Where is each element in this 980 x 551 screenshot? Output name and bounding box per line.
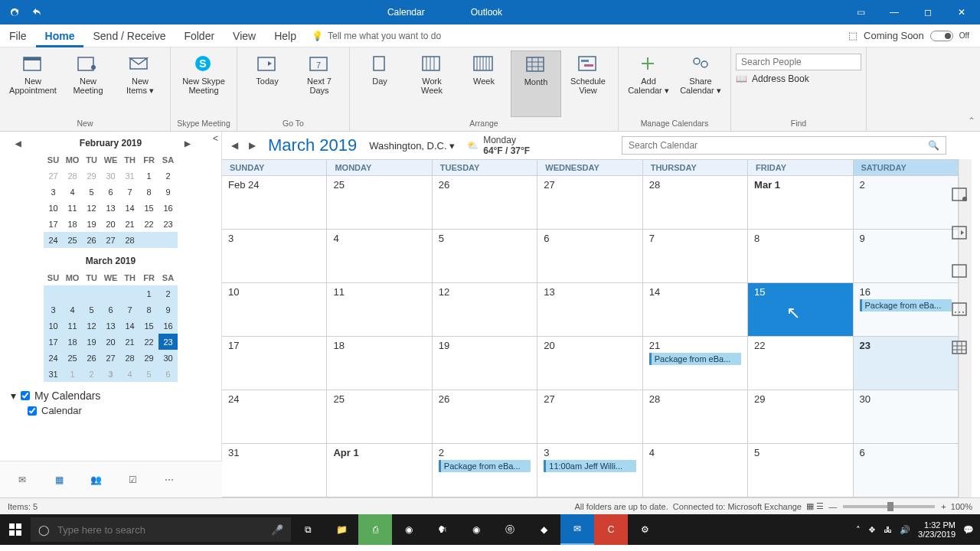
mini-day[interactable]: 8 [139, 184, 158, 200]
day-cell[interactable]: 26 [433, 176, 537, 229]
mini-day[interactable]: 26 [82, 350, 101, 366]
ribbon-options-icon[interactable]: ▭ [845, 0, 876, 24]
day-cell[interactable]: 19 [433, 337, 537, 390]
tray-time[interactable]: 1:32 PM [918, 520, 956, 530]
mini-day[interactable]: 31 [44, 366, 63, 382]
vs-icon[interactable]: ◆ [527, 514, 560, 545]
mini-day[interactable]: 14 [120, 318, 139, 334]
mini-day[interactable]: 23 [158, 334, 178, 350]
day-cell[interactable]: 4 [327, 230, 432, 282]
mini-day[interactable]: 2 [158, 168, 178, 184]
day-cell[interactable]: 2Package from eBa... [433, 444, 537, 497]
day-cell[interactable]: 10 [222, 283, 327, 336]
day-cell[interactable]: 24 [222, 390, 327, 443]
mini-day[interactable] [139, 232, 158, 248]
mini-day[interactable] [82, 285, 101, 302]
mini-day[interactable]: 16 [158, 200, 178, 216]
add-calendar-button[interactable]: Add Calendar ▾ [623, 51, 674, 117]
mini-day[interactable] [120, 285, 139, 302]
steam-icon[interactable]: ◉ [392, 514, 426, 545]
view-reading-icon[interactable]: ☰ [816, 501, 824, 511]
day-cell[interactable]: 6 [854, 444, 959, 497]
day-cell[interactable]: 17 [222, 337, 327, 390]
search-calendar[interactable]: 🔍 [622, 136, 946, 155]
prev-period-icon[interactable]: ◀ [231, 140, 238, 151]
day-cell[interactable]: 21Package from eBa... [643, 337, 748, 390]
mini-day[interactable]: 10 [44, 200, 63, 216]
mini-day[interactable]: 27 [44, 168, 63, 184]
tray-dropbox-icon[interactable]: ❖ [868, 525, 876, 535]
address-book-button[interactable]: 📖Address Book [736, 73, 861, 84]
people-icon[interactable]: 👥 [87, 471, 104, 488]
mini-day[interactable]: 2 [158, 285, 178, 302]
collapse-ribbon-icon[interactable]: ⌃ [968, 116, 975, 126]
my-calendars-checkbox[interactable] [21, 391, 30, 400]
tab-home[interactable]: Home [36, 24, 84, 47]
prev-month-icon[interactable]: ◀ [15, 139, 21, 148]
weather[interactable]: ⛅ Monday64°F / 37°F [467, 135, 530, 156]
mini-day[interactable]: 2 [82, 366, 101, 382]
mini-day[interactable]: 16 [158, 318, 178, 334]
zoom-slider[interactable] [843, 505, 935, 508]
mini-day[interactable]: 28 [120, 232, 139, 248]
day-cell[interactable]: 31 [222, 444, 327, 497]
mini-day[interactable]: 22 [139, 216, 158, 232]
mini-day[interactable]: 5 [139, 366, 158, 382]
mini-day[interactable]: 10 [44, 318, 63, 334]
month-button[interactable]: Month [511, 51, 561, 117]
mini-day[interactable]: 27 [101, 350, 120, 366]
day-cell[interactable]: 29 [748, 390, 853, 443]
day-button[interactable]: Day [354, 51, 405, 117]
tray-chevron-icon[interactable]: ˄ [856, 525, 861, 535]
mini-day[interactable]: 8 [139, 302, 158, 318]
calendar-event[interactable]: Package from eBa... [649, 353, 741, 365]
mini-day[interactable]: 22 [139, 334, 158, 350]
day-cell[interactable]: 311:00am Jeff Willi... [537, 444, 642, 497]
mini-day[interactable]: 15 [139, 200, 158, 216]
taskbar-search[interactable]: ◯ 🎤 [31, 517, 291, 542]
mini-day[interactable]: 6 [101, 184, 120, 200]
mini-calendar-march[interactable]: March 2019 SUMOTUWETHFRSA123456789101112… [11, 254, 211, 383]
start-button[interactable] [0, 523, 31, 536]
app-icon-1[interactable]: ⎙ [358, 514, 392, 545]
my-calendars-header[interactable]: ▾My Calendars [11, 390, 211, 402]
mini-day[interactable] [44, 285, 63, 302]
day-cell[interactable]: 26 [433, 390, 537, 443]
more-icon[interactable]: ⋯ [161, 471, 178, 488]
calendar-icon[interactable]: ▦ [51, 471, 67, 488]
week-button[interactable]: Week [459, 51, 509, 117]
search-people-input[interactable] [736, 54, 861, 70]
mini-day[interactable]: 29 [82, 168, 101, 184]
mini-day[interactable]: 19 [82, 334, 101, 350]
day-cell[interactable]: 22 [748, 337, 853, 390]
day-cell[interactable]: 25 [327, 390, 432, 443]
calendar-event[interactable]: 11:00am Jeff Willi... [544, 460, 635, 472]
tab-folder[interactable]: Folder [175, 24, 224, 47]
edge-icon[interactable]: ⓔ [493, 514, 527, 545]
day-cell[interactable]: 13 [537, 283, 642, 336]
minimize-button[interactable]: — [879, 0, 910, 24]
day-cell[interactable]: 3 [222, 230, 327, 282]
collapse-panel-icon[interactable]: < [213, 133, 218, 144]
today-button[interactable]: Today [242, 51, 292, 117]
tab-file[interactable]: File [0, 24, 36, 47]
mini-day[interactable]: 28 [120, 350, 139, 366]
search-icon[interactable]: 🔍 [928, 140, 939, 151]
task-view-icon[interactable]: ⧉ [291, 514, 325, 545]
day-cell[interactable]: Apr 1 [327, 444, 432, 497]
mini-day[interactable]: 15 [139, 318, 158, 334]
work-week-button[interactable]: Work Week [407, 51, 457, 117]
mini-day[interactable]: 4 [120, 366, 139, 382]
peek-today-icon[interactable] [951, 223, 969, 242]
mini-day[interactable]: 23 [158, 216, 178, 232]
mini-day[interactable]: 18 [63, 216, 82, 232]
coming-soon[interactable]: ⬚ Coming Soon Off [848, 30, 980, 41]
mini-day[interactable]: 21 [120, 334, 139, 350]
close-button[interactable]: ✕ [946, 0, 977, 24]
mini-day[interactable]: 13 [101, 318, 120, 334]
refresh-icon[interactable] [8, 5, 21, 19]
day-cell[interactable]: 20 [537, 337, 642, 390]
app-icon-2[interactable]: 🗣 [426, 514, 459, 545]
mini-day[interactable]: 3 [44, 302, 63, 318]
share-calendar-button[interactable]: Share Calendar ▾ [675, 51, 726, 117]
